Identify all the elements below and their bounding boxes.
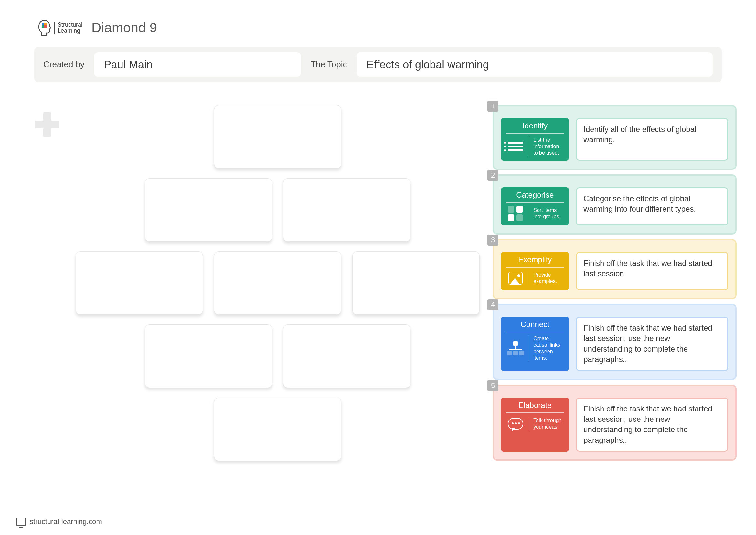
list-icon: [507, 139, 524, 154]
diamond-card[interactable]: [214, 105, 341, 169]
step-connect: 4 Connect Create causal links between it…: [493, 304, 737, 380]
created-by-label: Created by: [43, 60, 84, 70]
header-row: Structural Learning Diamond 9: [0, 0, 756, 43]
step-exemplify: 3 Exemplify Provide examples. Finish off…: [493, 239, 737, 299]
grid-icon: [507, 206, 524, 221]
step-number: 2: [487, 170, 499, 181]
step-chip: Connect Create causal links between item…: [501, 317, 569, 371]
step-text[interactable]: Categorise the effects of global warming…: [576, 187, 728, 225]
diamond-card[interactable]: [283, 178, 411, 241]
step-name: Exemplify: [506, 255, 564, 268]
diamond-card[interactable]: [214, 398, 341, 461]
steps-panel: 1 Identify List the information to be us…: [493, 105, 737, 461]
page-title: Diamond 9: [92, 20, 157, 36]
step-number: 3: [487, 235, 499, 245]
step-hint: Provide examples.: [529, 272, 563, 285]
step-identify: 1 Identify List the information to be us…: [493, 105, 737, 170]
diamond-card[interactable]: [145, 178, 272, 241]
step-categorise: 2 Categorise Sort items into groups. Cat…: [493, 174, 737, 235]
step-text[interactable]: Finish off the task that we had started …: [576, 252, 728, 290]
diamond-card[interactable]: [76, 251, 203, 315]
main-area: 1 Identify List the information to be us…: [0, 82, 756, 461]
step-text[interactable]: Identify all of the effects of global wa…: [576, 118, 728, 161]
step-chip: Exemplify Provide examples.: [501, 252, 569, 290]
tree-icon: [507, 341, 524, 356]
footer-url: structural-learning.com: [30, 518, 102, 526]
step-number: 1: [487, 100, 499, 112]
svg-rect-0: [42, 23, 44, 25]
step-hint: Talk through your ideas.: [529, 417, 563, 430]
created-by-field[interactable]: Paul Main: [94, 52, 301, 77]
step-name: Categorise: [506, 190, 564, 203]
topic-field[interactable]: Effects of global warming: [357, 52, 713, 77]
step-number: 5: [487, 380, 499, 391]
svg-rect-1: [44, 23, 47, 25]
diamond-grid: [76, 105, 480, 461]
monitor-icon: [16, 518, 26, 526]
topic-label: The Topic: [310, 60, 347, 70]
step-text[interactable]: Finish off the task that we had started …: [576, 317, 728, 371]
step-number: 4: [487, 299, 499, 310]
svg-rect-2: [42, 25, 44, 28]
meta-bar: Created by Paul Main The Topic Effects o…: [34, 46, 722, 82]
step-hint: List the information to be used.: [529, 137, 563, 156]
diamond-card[interactable]: [214, 251, 341, 315]
step-name: Elaborate: [506, 401, 564, 413]
step-chip: Identify List the information to be used…: [501, 118, 569, 161]
step-hint: Sort items into groups.: [529, 207, 563, 220]
brand-logo: Structural Learning: [37, 19, 82, 36]
image-icon: [507, 271, 524, 286]
diamond-card[interactable]: [283, 324, 411, 388]
plus-icon[interactable]: [34, 112, 58, 135]
step-name: Connect: [506, 320, 564, 332]
add-column: [34, 105, 63, 461]
diamond-card[interactable]: [145, 324, 272, 388]
logo-head-icon: [37, 19, 52, 36]
step-text[interactable]: Finish off the task that we had started …: [576, 398, 728, 452]
brand-name: Structural Learning: [54, 22, 82, 34]
step-chip: Categorise Sort items into groups.: [501, 187, 569, 225]
svg-rect-3: [44, 25, 47, 28]
step-hint: Create causal links between items.: [529, 335, 563, 361]
step-chip: Elaborate Talk through your ideas.: [501, 398, 569, 452]
speech-icon: [507, 416, 524, 431]
diamond-card[interactable]: [352, 251, 480, 315]
step-name: Identify: [506, 121, 564, 134]
footer: structural-learning.com: [16, 518, 102, 526]
step-elaborate: 5 Elaborate Talk through your ideas. Fin…: [493, 384, 737, 461]
